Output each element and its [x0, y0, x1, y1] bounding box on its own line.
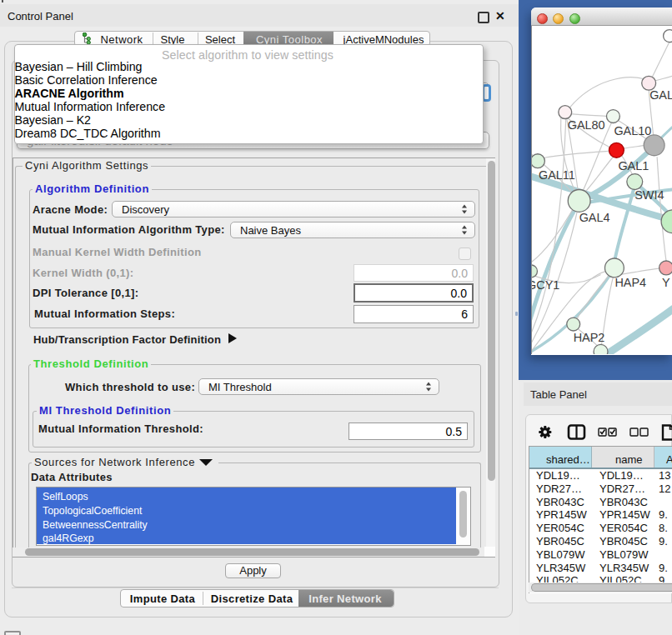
svg-text:Y: Y [662, 276, 670, 289]
svg-text:SWI4: SWI4 [634, 188, 664, 202]
svg-text:GAL11: GAL11 [539, 168, 575, 182]
svg-text:GAL4: GAL4 [579, 211, 610, 224]
svg-text:GAL: GAL [649, 88, 672, 102]
svg-text:HAP4: HAP4 [614, 276, 646, 289]
svg-text:GCY1: GCY1 [531, 278, 559, 292]
svg-text:GAL10: GAL10 [614, 124, 651, 138]
svg-text:HAP2: HAP2 [574, 331, 605, 344]
svg-text:GAL80: GAL80 [568, 118, 605, 132]
svg-text:GAL1: GAL1 [618, 159, 649, 172]
